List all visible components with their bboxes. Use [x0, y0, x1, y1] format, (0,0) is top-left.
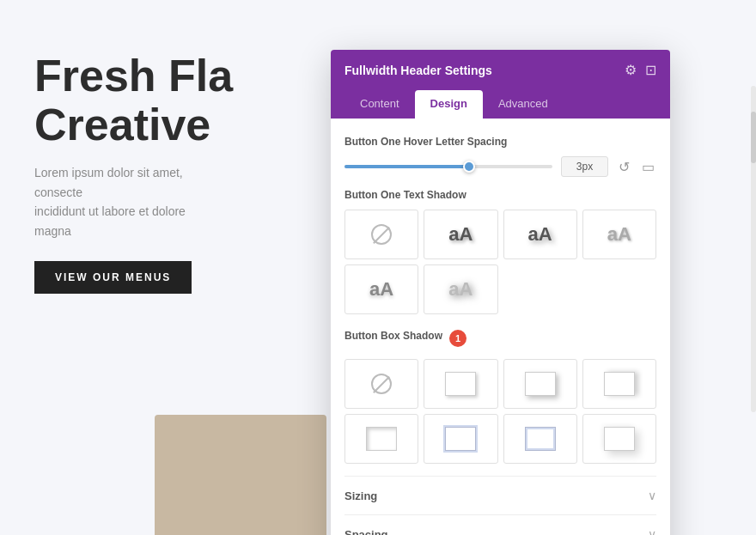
box-shadow-preview-4	[366, 427, 397, 451]
hover-letter-spacing-label: Button One Hover Letter Spacing	[344, 136, 656, 148]
text-shadow-preview-4: aA	[369, 278, 393, 301]
box-shadow-style-5[interactable]	[424, 414, 497, 464]
box-shadow-label: Button Box Shadow	[344, 330, 442, 342]
text-shadow-preview-3: aA	[607, 223, 631, 246]
text-shadow-style-4[interactable]: aA	[344, 264, 418, 314]
resize-icon[interactable]: ⊡	[645, 62, 656, 78]
sizing-chevron-icon: ∨	[648, 489, 656, 502]
slider-thumb[interactable]	[463, 161, 475, 173]
box-shadow-preview-1	[445, 372, 476, 396]
spacing-label: Spacing	[344, 528, 388, 536]
slider-value: 3px	[561, 156, 608, 177]
text-shadow-style-1[interactable]: aA	[424, 210, 497, 259]
text-shadow-preview-1: aA	[448, 223, 472, 246]
panel-body: Button One Hover Letter Spacing 3px ↺ ▭ …	[331, 119, 670, 535]
slider-row: 3px ↺ ▭	[344, 156, 656, 177]
no-shadow-icon	[371, 224, 392, 245]
box-shadow-style-6[interactable]	[503, 414, 577, 464]
box-shadow-style-3[interactable]	[582, 359, 656, 409]
bg-body-text: Lorem ipsum dolor sit amet, consecte inc…	[34, 163, 206, 240]
box-shadow-grid	[344, 359, 656, 464]
box-shadow-preview-2	[525, 372, 556, 396]
text-shadow-none[interactable]	[344, 210, 418, 259]
box-shadow-preview-5	[445, 427, 476, 451]
slider-reset-icon[interactable]: ↺	[617, 157, 631, 177]
text-shadow-preview-5: aA	[448, 278, 472, 301]
sizing-label: Sizing	[344, 489, 377, 502]
text-shadow-label: Button One Text Shadow	[344, 189, 656, 201]
bg-image	[155, 415, 326, 535]
box-shadow-style-7[interactable]	[582, 414, 656, 464]
box-shadow-none[interactable]	[344, 359, 418, 409]
text-shadow-style-2[interactable]: aA	[503, 210, 577, 259]
box-shadow-header: Button Box Shadow 1	[344, 326, 656, 350]
sizing-accordion[interactable]: Sizing ∨	[344, 476, 656, 514]
box-shadow-preview-7	[604, 427, 635, 451]
tabs-bar: Content Design Advanced	[331, 90, 670, 119]
panel-header: Fullwidth Header Settings ⚙ ⊡	[331, 50, 670, 90]
cta-button[interactable]: VIEW OUR MENUS	[34, 261, 192, 294]
panel-title: Fullwidth Header Settings	[344, 64, 492, 77]
box-shadow-style-1[interactable]	[424, 359, 497, 409]
settings-panel: Fullwidth Header Settings ⚙ ⊡ Content De…	[331, 50, 670, 535]
box-shadow-style-4[interactable]	[344, 414, 418, 464]
spacing-chevron-icon: ∨	[648, 527, 656, 535]
panel-header-icons: ⚙ ⊡	[625, 62, 656, 78]
box-shadow-preview-6	[525, 427, 556, 451]
text-shadow-preview-2: aA	[528, 223, 552, 246]
scrollbar-thumb[interactable]	[751, 112, 756, 163]
tab-content[interactable]: Content	[344, 90, 415, 119]
text-shadow-style-5[interactable]: aA	[424, 264, 497, 314]
slider-track[interactable]	[344, 165, 552, 168]
tab-advanced[interactable]: Advanced	[483, 90, 564, 119]
slider-mobile-icon[interactable]: ▭	[640, 157, 656, 177]
slider-fill	[344, 165, 469, 168]
settings-icon[interactable]: ⚙	[625, 62, 637, 78]
box-shadow-badge: 1	[449, 330, 466, 347]
no-box-shadow-icon	[371, 374, 392, 394]
scrollbar-track	[751, 86, 756, 412]
box-shadow-style-2[interactable]	[503, 359, 577, 409]
box-shadow-preview-3	[604, 372, 635, 396]
text-shadow-grid: aA aA aA aA aA	[344, 210, 656, 314]
text-shadow-style-3[interactable]: aA	[582, 210, 656, 259]
tab-design[interactable]: Design	[415, 90, 483, 119]
spacing-accordion[interactable]: Spacing ∨	[344, 514, 656, 535]
